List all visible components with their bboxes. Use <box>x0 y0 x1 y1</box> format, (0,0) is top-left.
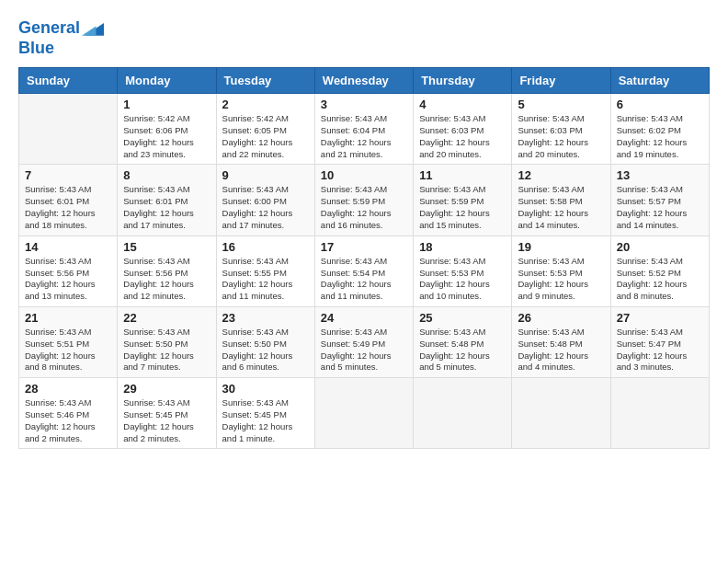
day-number: 24 <box>321 311 407 325</box>
day-info: Sunrise: 5:43 AMSunset: 5:51 PMDaylight:… <box>25 327 111 373</box>
day-info: Sunrise: 5:42 AMSunset: 6:06 PMDaylight:… <box>123 113 210 160</box>
calendar-cell: 26Sunrise: 5:43 AMSunset: 5:48 PMDayligh… <box>512 306 610 377</box>
calendar-cell: 9Sunrise: 5:43 AMSunset: 6:00 PMDaylight… <box>216 165 314 236</box>
day-number: 2 <box>222 98 309 111</box>
calendar-cell <box>610 378 709 449</box>
calendar-cell: 3Sunrise: 5:43 AMSunset: 6:04 PMDaylight… <box>314 94 413 165</box>
calendar-cell: 14Sunrise: 5:43 AMSunset: 5:56 PMDayligh… <box>19 236 118 306</box>
day-number: 6 <box>617 98 703 111</box>
day-number: 14 <box>25 240 111 254</box>
logo-icon <box>82 19 104 38</box>
day-info: Sunrise: 5:43 AMSunset: 5:48 PMDaylight:… <box>419 327 506 373</box>
day-info: Sunrise: 5:43 AMSunset: 5:50 PMDaylight:… <box>123 327 210 373</box>
day-number: 27 <box>617 311 703 325</box>
calendar-week-row: 7Sunrise: 5:43 AMSunset: 6:01 PMDaylight… <box>19 165 710 236</box>
calendar-cell: 15Sunrise: 5:43 AMSunset: 5:56 PMDayligh… <box>118 236 216 306</box>
weekday-header: Saturday <box>610 68 709 94</box>
day-info: Sunrise: 5:43 AMSunset: 5:57 PMDaylight:… <box>617 184 703 231</box>
calendar-cell: 30Sunrise: 5:43 AMSunset: 5:45 PMDayligh… <box>216 378 314 449</box>
calendar-cell: 22Sunrise: 5:43 AMSunset: 5:50 PMDayligh… <box>118 306 216 377</box>
svg-marker-1 <box>82 26 96 35</box>
day-number: 26 <box>518 311 604 325</box>
day-number: 18 <box>419 240 506 254</box>
day-info: Sunrise: 5:43 AMSunset: 5:54 PMDaylight:… <box>321 256 407 303</box>
day-info: Sunrise: 5:43 AMSunset: 5:47 PMDaylight:… <box>617 327 703 373</box>
calendar-cell <box>414 378 512 449</box>
calendar-week-row: 14Sunrise: 5:43 AMSunset: 5:56 PMDayligh… <box>19 236 710 306</box>
calendar-cell: 24Sunrise: 5:43 AMSunset: 5:49 PMDayligh… <box>314 306 413 377</box>
calendar-cell: 20Sunrise: 5:43 AMSunset: 5:52 PMDayligh… <box>610 236 709 306</box>
day-info: Sunrise: 5:43 AMSunset: 5:56 PMDaylight:… <box>123 256 210 303</box>
calendar-cell: 13Sunrise: 5:43 AMSunset: 5:57 PMDayligh… <box>610 165 709 236</box>
day-info: Sunrise: 5:43 AMSunset: 6:04 PMDaylight:… <box>321 113 407 160</box>
calendar-cell: 12Sunrise: 5:43 AMSunset: 5:58 PMDayligh… <box>512 165 610 236</box>
day-number: 9 <box>222 168 309 182</box>
day-number: 15 <box>123 240 210 254</box>
calendar-cell: 2Sunrise: 5:42 AMSunset: 6:05 PMDaylight… <box>216 94 314 165</box>
day-number: 5 <box>518 98 604 111</box>
day-number: 22 <box>123 311 210 325</box>
day-info: Sunrise: 5:43 AMSunset: 5:53 PMDaylight:… <box>419 256 506 303</box>
day-info: Sunrise: 5:43 AMSunset: 6:03 PMDaylight:… <box>518 113 604 160</box>
weekday-header: Sunday <box>19 68 118 94</box>
logo-blue-text: Blue <box>18 39 104 59</box>
logo: General Blue <box>18 18 104 58</box>
day-number: 23 <box>222 311 309 325</box>
calendar-cell <box>512 378 610 449</box>
calendar-cell: 10Sunrise: 5:43 AMSunset: 5:59 PMDayligh… <box>314 165 413 236</box>
calendar-cell: 25Sunrise: 5:43 AMSunset: 5:48 PMDayligh… <box>414 306 512 377</box>
day-info: Sunrise: 5:43 AMSunset: 5:58 PMDaylight:… <box>518 184 604 231</box>
day-info: Sunrise: 5:43 AMSunset: 5:59 PMDaylight:… <box>321 184 407 231</box>
day-info: Sunrise: 5:43 AMSunset: 5:45 PMDaylight:… <box>222 397 309 444</box>
calendar-cell: 23Sunrise: 5:43 AMSunset: 5:50 PMDayligh… <box>216 306 314 377</box>
calendar-cell: 4Sunrise: 5:43 AMSunset: 6:03 PMDaylight… <box>414 94 512 165</box>
calendar-cell: 16Sunrise: 5:43 AMSunset: 5:55 PMDayligh… <box>216 236 314 306</box>
calendar-cell: 21Sunrise: 5:43 AMSunset: 5:51 PMDayligh… <box>19 306 118 377</box>
day-number: 12 <box>518 168 604 182</box>
weekday-header: Tuesday <box>216 68 314 94</box>
day-number: 17 <box>321 240 407 254</box>
day-info: Sunrise: 5:43 AMSunset: 5:59 PMDaylight:… <box>419 184 506 231</box>
day-number: 30 <box>222 382 309 396</box>
day-number: 11 <box>419 168 506 182</box>
calendar-cell: 29Sunrise: 5:43 AMSunset: 5:45 PMDayligh… <box>118 378 216 449</box>
calendar-cell: 17Sunrise: 5:43 AMSunset: 5:54 PMDayligh… <box>314 236 413 306</box>
calendar-week-row: 28Sunrise: 5:43 AMSunset: 5:46 PMDayligh… <box>19 378 710 449</box>
day-number: 28 <box>25 382 111 396</box>
day-info: Sunrise: 5:43 AMSunset: 5:53 PMDaylight:… <box>518 256 604 303</box>
day-number: 16 <box>222 240 309 254</box>
calendar-cell: 1Sunrise: 5:42 AMSunset: 6:06 PMDaylight… <box>118 94 216 165</box>
weekday-header: Monday <box>118 68 216 94</box>
weekday-header: Wednesday <box>314 68 413 94</box>
day-number: 19 <box>518 240 604 254</box>
calendar-cell <box>19 94 118 165</box>
calendar-header-row: SundayMondayTuesdayWednesdayThursdayFrid… <box>19 68 710 94</box>
day-info: Sunrise: 5:43 AMSunset: 5:46 PMDaylight:… <box>25 397 111 444</box>
day-info: Sunrise: 5:42 AMSunset: 6:05 PMDaylight:… <box>222 113 309 160</box>
day-number: 20 <box>617 240 703 254</box>
day-info: Sunrise: 5:43 AMSunset: 6:01 PMDaylight:… <box>25 184 111 231</box>
header: General Blue <box>18 18 710 58</box>
day-number: 4 <box>419 98 506 111</box>
calendar-cell: 19Sunrise: 5:43 AMSunset: 5:53 PMDayligh… <box>512 236 610 306</box>
calendar-cell: 7Sunrise: 5:43 AMSunset: 6:01 PMDaylight… <box>19 165 118 236</box>
calendar-week-row: 21Sunrise: 5:43 AMSunset: 5:51 PMDayligh… <box>19 306 710 377</box>
calendar-cell <box>314 378 413 449</box>
day-info: Sunrise: 5:43 AMSunset: 6:00 PMDaylight:… <box>222 184 309 231</box>
day-number: 13 <box>617 168 703 182</box>
day-number: 7 <box>25 168 111 182</box>
calendar: SundayMondayTuesdayWednesdayThursdayFrid… <box>18 67 710 449</box>
calendar-cell: 6Sunrise: 5:43 AMSunset: 6:02 PMDaylight… <box>610 94 709 165</box>
day-number: 21 <box>25 311 111 325</box>
day-number: 29 <box>123 382 210 396</box>
calendar-week-row: 1Sunrise: 5:42 AMSunset: 6:06 PMDaylight… <box>19 94 710 165</box>
day-number: 25 <box>419 311 506 325</box>
day-info: Sunrise: 5:43 AMSunset: 5:52 PMDaylight:… <box>617 256 703 303</box>
day-info: Sunrise: 5:43 AMSunset: 6:01 PMDaylight:… <box>123 184 210 231</box>
day-info: Sunrise: 5:43 AMSunset: 5:49 PMDaylight:… <box>321 327 407 373</box>
calendar-cell: 28Sunrise: 5:43 AMSunset: 5:46 PMDayligh… <box>19 378 118 449</box>
day-info: Sunrise: 5:43 AMSunset: 5:48 PMDaylight:… <box>518 327 604 373</box>
day-info: Sunrise: 5:43 AMSunset: 6:03 PMDaylight:… <box>419 113 506 160</box>
day-info: Sunrise: 5:43 AMSunset: 5:56 PMDaylight:… <box>25 256 111 303</box>
calendar-cell: 18Sunrise: 5:43 AMSunset: 5:53 PMDayligh… <box>414 236 512 306</box>
